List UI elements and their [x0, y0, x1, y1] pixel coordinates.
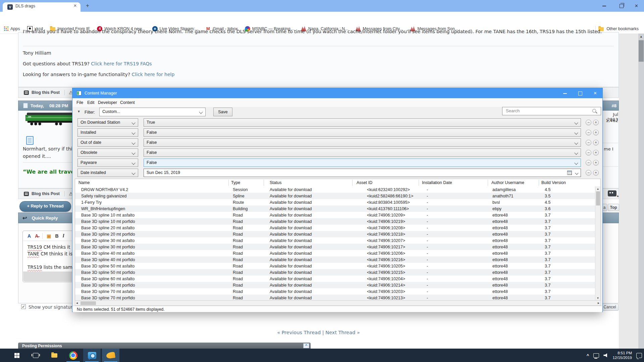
speaker-icon[interactable]	[603, 353, 608, 357]
page-scrollbar-thumb[interactable]	[639, 40, 644, 62]
column-header[interactable]: Build Version	[541, 180, 566, 185]
column-separator[interactable]	[419, 180, 419, 186]
table-row[interactable]: Base 3D spline 30 mt asfaltoRoadAvailabl…	[75, 237, 596, 244]
table-row[interactable]: WR_BhfHintertupfingenBuildingAvailable f…	[75, 205, 596, 212]
add-filter-button[interactable]: +	[593, 170, 599, 176]
scroll-up-icon[interactable]: ▴	[595, 187, 600, 190]
add-filter-button[interactable]: +	[593, 120, 599, 125]
help-link[interactable]: Click here for help	[132, 72, 175, 77]
italic-button[interactable]: I	[63, 233, 64, 239]
taskbar-clock[interactable]: 8:51 PM 12/15/2019	[612, 351, 632, 360]
menu-file[interactable]: File	[76, 100, 83, 105]
column-separator[interactable]	[264, 180, 264, 186]
column-separator[interactable]	[539, 180, 539, 186]
table-row[interactable]: Base 3D spline 20 mt porfidoRoadAvailabl…	[75, 231, 596, 237]
faq-link[interactable]: Click here for TRS19 FAQs	[91, 61, 152, 66]
table-row[interactable]: Base 3D spline 70 mt porfidoRoadAvailabl…	[75, 295, 596, 300]
browser-tab[interactable]	[3, 2, 80, 12]
remove-format-icon[interactable]: A̶	[35, 233, 38, 239]
filter-value-select[interactable]: False	[144, 159, 581, 167]
filter-value-select[interactable]: True	[144, 118, 581, 127]
add-filter-button[interactable]: +	[593, 140, 599, 145]
table-horizontal-scrollbar[interactable]: ◂ ▸	[75, 300, 601, 306]
new-tab-button[interactable]: +	[86, 2, 89, 9]
scroll-down-icon[interactable]: ▾	[595, 296, 600, 300]
table-row[interactable]: Base 3D spline 40 mt porfidoRoadAvailabl…	[75, 256, 596, 263]
window-close-button[interactable]: ✕	[629, 0, 644, 12]
remove-filter-button[interactable]: −	[586, 170, 591, 176]
filter-field-select[interactable]: On Download Station	[77, 118, 138, 127]
column-header[interactable]: Installation Date	[422, 180, 452, 185]
table-row[interactable]: Base 3D spline 10 mt porfidoRoadAvailabl…	[75, 218, 596, 225]
reply-to-thread-button[interactable]: + Reply to Thread	[19, 201, 71, 212]
filter-value-select[interactable]: Sun Dec 15, 2019	[144, 169, 581, 177]
cancel-button[interactable]: Cancel	[601, 304, 619, 311]
trainz-taskbar-button[interactable]	[102, 349, 119, 362]
column-header[interactable]: Status	[270, 180, 281, 185]
column-separator[interactable]	[352, 180, 353, 186]
remove-filter-button[interactable]: −	[586, 120, 591, 125]
table-vertical-scrollbar[interactable]: ▴ ▾	[595, 186, 600, 300]
add-filter-button[interactable]: +	[593, 160, 599, 166]
table-row[interactable]: Base 3D spline 30 mt porfidoRoadAvailabl…	[75, 244, 596, 250]
column-header[interactable]: Asset ID	[357, 180, 372, 185]
top-button[interactable]: Top	[608, 204, 619, 211]
attach-icon[interactable]: ▣	[47, 233, 51, 239]
scroll-up-icon[interactable]: ▲	[638, 35, 644, 38]
prev-next-thread-links[interactable]: « Previous Thread | Next Thread »	[18, 330, 619, 335]
filter-collapse-icon[interactable]: ▼	[77, 110, 80, 113]
task-view-button[interactable]	[27, 349, 44, 362]
table-header[interactable]: NameTypeStatusAsset IDInstallation DateA…	[75, 179, 600, 187]
window-minimize-button[interactable]	[602, 6, 606, 6]
filter-value-select[interactable]: False	[144, 138, 581, 147]
table-row[interactable]: Safety railing galvanizedSplineAvailable…	[75, 193, 596, 199]
blog-this-post-link[interactable]: Blog this Post	[32, 90, 60, 95]
cm-minimize-button[interactable]	[557, 88, 573, 98]
search-input[interactable]	[505, 108, 590, 114]
column-header[interactable]: Name	[78, 180, 90, 185]
remove-filter-button[interactable]: −	[586, 150, 591, 156]
show-signature-checkbox[interactable]: ✓	[21, 304, 26, 309]
remove-filter-button[interactable]: −	[586, 160, 591, 166]
table-row[interactable]: Base 3D spline 10 mt asfaltoRoadAvailabl…	[75, 212, 596, 218]
font-color-icon[interactable]: A	[28, 233, 31, 239]
table-row[interactable]: Base 3D spline 60 mt porfidoRoadAvailabl…	[75, 282, 596, 288]
bold-button[interactable]: B	[55, 233, 58, 239]
filter-field-select[interactable]: Obsolete	[77, 148, 138, 157]
reply-with-quote-icon[interactable]	[608, 190, 616, 196]
posting-permissions-bar[interactable]: Posting Permissions ^	[18, 343, 311, 349]
table-row[interactable]: Base 3D spline 70 mt asfaltoRoadAvailabl…	[75, 288, 596, 295]
page-scrollbar[interactable]: ▲	[638, 34, 644, 349]
column-separator[interactable]	[488, 180, 488, 186]
filter-field-select[interactable]: Payware	[77, 159, 138, 167]
remove-filter-button[interactable]: −	[586, 130, 591, 135]
save-button[interactable]: Save	[213, 108, 232, 116]
filter-field-select[interactable]: Installed	[77, 128, 138, 137]
filter-field-select[interactable]: Date installed	[77, 169, 138, 177]
blog-this-post-link[interactable]: Blog this Post	[32, 191, 60, 196]
action-center-icon[interactable]	[636, 353, 642, 358]
tray-chevron-icon[interactable]: ^	[587, 353, 589, 358]
add-filter-button[interactable]: +	[593, 130, 599, 135]
window-restore-button[interactable]	[620, 4, 624, 8]
apps-shortcut[interactable]: Apps	[4, 26, 20, 31]
table-row[interactable]: Base 3D spline 20 mt asfaltoRoadAvailabl…	[75, 225, 596, 231]
scrollbar-thumb[interactable]	[80, 301, 96, 305]
attachment-doc-icon[interactable]	[26, 136, 34, 145]
menu-content[interactable]: Content	[120, 100, 135, 105]
table-row[interactable]: Base 3D spline 50 mt porfidoRoadAvailabl…	[75, 269, 596, 276]
cm-close-button[interactable]: ✕	[588, 88, 603, 98]
search-box[interactable]	[502, 107, 601, 115]
filter-value-select[interactable]: False	[144, 128, 581, 137]
cm-title-bar[interactable]: Content Manager ✕	[72, 88, 602, 98]
table-row[interactable]: Base 3D spline 60 mt asfaltoRoadAvailabl…	[75, 276, 596, 282]
filter-field-select[interactable]: Out of date	[77, 138, 138, 147]
scrollbar-thumb[interactable]	[596, 191, 600, 205]
scroll-left-icon[interactable]: ◂	[76, 301, 78, 305]
remove-filter-button[interactable]: −	[586, 140, 591, 145]
network-icon[interactable]	[593, 353, 599, 358]
table-row[interactable]: Base 3D spline 40 mt asfaltoRoadAvailabl…	[75, 250, 596, 256]
column-separator[interactable]	[228, 180, 229, 186]
scroll-right-icon[interactable]: ▸	[598, 301, 599, 305]
menu-edit[interactable]: Edit	[87, 100, 95, 105]
